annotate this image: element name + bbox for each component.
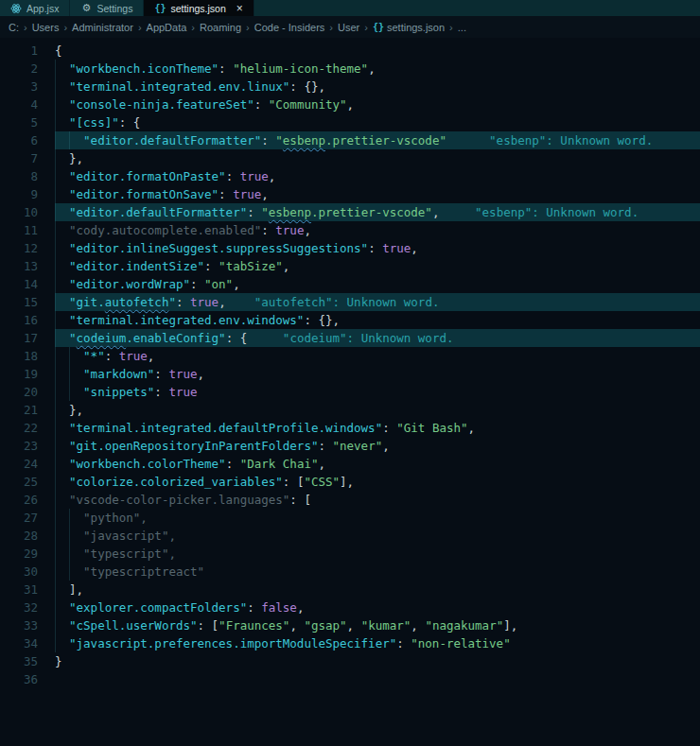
line-number[interactable]: 4	[0, 95, 38, 113]
line-number[interactable]: 14	[0, 275, 38, 293]
line-number[interactable]: 35	[0, 652, 38, 670]
breadcrumb-item[interactable]: {}settings.json	[373, 22, 445, 33]
line-number[interactable]: 29	[0, 545, 38, 563]
code-line-content[interactable]: "cSpell.userWords": ["Fraunces", "gsap",…	[55, 616, 700, 634]
code-line[interactable]: 33 "cSpell.userWords": ["Fraunces", "gsa…	[0, 616, 700, 634]
code-line-content[interactable]: "editor.wordWrap": "on",	[55, 275, 700, 293]
code-line[interactable]: 3 "terminal.integrated.env.linux": {},	[0, 78, 700, 95]
breadcrumb-item[interactable]: Users	[32, 22, 60, 33]
code-line[interactable]: 13 "editor.indentSize": "tabSize",	[0, 257, 700, 275]
code-line-content[interactable]: }	[55, 652, 700, 670]
line-number[interactable]: 12	[0, 239, 38, 257]
breadcrumb-item[interactable]: Administrator	[72, 22, 133, 33]
code-line[interactable]: 18 "*": true,	[0, 347, 700, 365]
line-number[interactable]: 1	[0, 42, 38, 60]
tab-settings-json[interactable]: {}settings.json×	[144, 0, 254, 16]
tab-settings[interactable]: ⚙Settings	[70, 0, 144, 16]
breadcrumb-item[interactable]: C:	[9, 22, 19, 33]
code-line[interactable]: 21 },	[0, 401, 700, 419]
line-number[interactable]: 18	[0, 347, 38, 365]
code-line[interactable]: 20 "snippets": true	[0, 383, 700, 401]
line-number[interactable]: 34	[0, 634, 38, 652]
line-number[interactable]: 24	[0, 455, 38, 473]
code-line-content[interactable]: "git.autofetch": true, "autofetch": Unkn…	[55, 293, 700, 311]
code-line-content[interactable]: "typescript",	[55, 545, 700, 563]
code-line[interactable]: 23 "git.openRepositoryInParentFolders": …	[0, 437, 700, 455]
code-line-content[interactable]: "console-ninja.featureSet": "Community",	[55, 95, 700, 113]
code-line-content[interactable]: "vscode-color-picker.languages": [	[55, 491, 700, 509]
line-number[interactable]: 19	[0, 365, 38, 383]
breadcrumb-item[interactable]: User	[338, 22, 359, 33]
line-number[interactable]: 10	[0, 203, 38, 221]
code-line-content[interactable]: "editor.defaultFormatter": "esbenp.prett…	[55, 131, 700, 149]
line-number[interactable]: 5	[0, 113, 38, 131]
code-line-content[interactable]: "cody.autocomplete.enabled": true,	[55, 221, 700, 239]
breadcrumb-item[interactable]: Code - Insiders	[254, 22, 325, 33]
code-line[interactable]: 32 "explorer.compactFolders": false,	[0, 599, 700, 616]
code-line[interactable]: 6 "editor.defaultFormatter": "esbenp.pre…	[0, 131, 700, 149]
code-line[interactable]: 15 "git.autofetch": true, "autofetch": U…	[0, 293, 700, 311]
code-line[interactable]: 1{	[0, 42, 700, 60]
code-line-content[interactable]: "python",	[55, 509, 700, 527]
line-number[interactable]: 8	[0, 167, 38, 185]
line-number[interactable]: 21	[0, 401, 38, 419]
code-line[interactable]: 8 "editor.formatOnPaste": true,	[0, 167, 700, 185]
code-line[interactable]: 7 },	[0, 149, 700, 167]
line-number[interactable]: 33	[0, 616, 38, 634]
code-line-content[interactable]: "javascript.preferences.importModuleSpec…	[55, 634, 700, 652]
code-line[interactable]: 29 "typescript",	[0, 545, 700, 563]
line-number[interactable]: 20	[0, 383, 38, 401]
code-line-content[interactable]: "colorize.colorized_variables": ["CSS"],	[55, 473, 700, 491]
code-line[interactable]: 24 "workbench.colorTheme": "Dark Chai",	[0, 455, 700, 473]
line-number[interactable]: 32	[0, 599, 38, 616]
close-icon[interactable]: ×	[236, 4, 243, 13]
line-number[interactable]: 2	[0, 60, 38, 78]
line-number[interactable]: 23	[0, 437, 38, 455]
line-number[interactable]: 17	[0, 329, 38, 347]
code-editor[interactable]: 1{2 "workbench.iconTheme": "helium-icon-…	[0, 38, 700, 746]
line-number[interactable]: 6	[0, 131, 38, 149]
line-number[interactable]: 7	[0, 149, 38, 167]
code-line-content[interactable]: "editor.indentSize": "tabSize",	[55, 257, 700, 275]
code-line-content[interactable]: "git.openRepositoryInParentFolders": "ne…	[55, 437, 700, 455]
code-line[interactable]: 26 "vscode-color-picker.languages": [	[0, 491, 700, 509]
code-line-content[interactable]: {	[55, 42, 700, 60]
code-line-content[interactable]: "workbench.iconTheme": "helium-icon-them…	[55, 60, 700, 78]
code-line[interactable]: 14 "editor.wordWrap": "on",	[0, 275, 700, 293]
code-line[interactable]: 28 "javascript",	[0, 527, 700, 545]
line-number[interactable]: 28	[0, 527, 38, 545]
code-line-content[interactable]: },	[55, 149, 700, 167]
code-line-content[interactable]: "explorer.compactFolders": false,	[55, 599, 700, 616]
line-number[interactable]: 16	[0, 311, 38, 329]
code-line[interactable]: 34 "javascript.preferences.importModuleS…	[0, 634, 700, 652]
code-line-content[interactable]: "terminal.integrated.env.windows": {},	[55, 311, 700, 329]
code-line-content[interactable]: "editor.formatOnSave": true,	[55, 185, 700, 203]
line-number[interactable]: 22	[0, 419, 38, 437]
code-line-content[interactable]: "snippets": true	[55, 383, 700, 401]
code-line-content[interactable]: "*": true,	[55, 347, 700, 365]
code-line-content[interactable]: "terminal.integrated.defaultProfile.wind…	[55, 419, 700, 437]
code-line-content[interactable]: ],	[55, 581, 700, 599]
line-number[interactable]: 27	[0, 509, 38, 527]
code-line-content[interactable]: "editor.inlineSuggest.suppressSuggestion…	[55, 239, 700, 257]
code-line[interactable]: 10 "editor.defaultFormatter": "esbenp.pr…	[0, 203, 700, 221]
breadcrumb-item[interactable]: AppData	[147, 22, 187, 33]
line-number[interactable]: 13	[0, 257, 38, 275]
code-line[interactable]: 4 "console-ninja.featureSet": "Community…	[0, 95, 700, 113]
code-line[interactable]: 12 "editor.inlineSuggest.suppressSuggest…	[0, 239, 700, 257]
code-line[interactable]: 17 "codeium.enableConfig": { "codeium": …	[0, 329, 700, 347]
code-line[interactable]: 5 "[css]": {	[0, 113, 700, 131]
code-line[interactable]: 27 "python",	[0, 509, 700, 527]
code-line-content[interactable]: "markdown": true,	[55, 365, 700, 383]
line-number[interactable]: 11	[0, 221, 38, 239]
line-number[interactable]: 3	[0, 78, 38, 95]
code-line-content[interactable]: "workbench.colorTheme": "Dark Chai",	[55, 455, 700, 473]
code-line-content[interactable]	[55, 670, 700, 688]
line-number[interactable]: 9	[0, 185, 38, 203]
breadcrumb-item[interactable]: ...	[458, 22, 466, 33]
line-number[interactable]: 31	[0, 581, 38, 599]
code-line[interactable]: 22 "terminal.integrated.defaultProfile.w…	[0, 419, 700, 437]
line-number[interactable]: 36	[0, 670, 38, 688]
code-line[interactable]: 16 "terminal.integrated.env.windows": {}…	[0, 311, 700, 329]
code-line[interactable]: 2 "workbench.iconTheme": "helium-icon-th…	[0, 60, 700, 78]
